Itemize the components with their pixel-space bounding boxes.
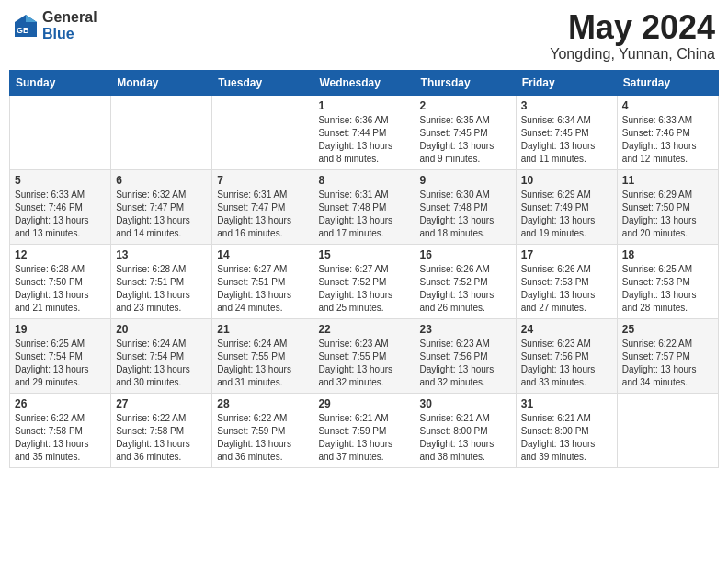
- calendar-cell: 18Sunrise: 6:25 AM Sunset: 7:53 PM Dayli…: [617, 244, 718, 318]
- day-info: Sunrise: 6:31 AM Sunset: 7:47 PM Dayligh…: [217, 189, 308, 240]
- day-info: Sunrise: 6:35 AM Sunset: 7:45 PM Dayligh…: [420, 114, 511, 166]
- calendar-cell: 14Sunrise: 6:27 AM Sunset: 7:51 PM Dayli…: [212, 244, 313, 318]
- day-info: Sunrise: 6:22 AM Sunset: 7:59 PM Dayligh…: [217, 412, 308, 464]
- day-number: 24: [521, 323, 612, 336]
- day-info: Sunrise: 6:32 AM Sunset: 7:47 PM Dayligh…: [116, 189, 207, 240]
- calendar-cell: 30Sunrise: 6:21 AM Sunset: 8:00 PM Dayli…: [415, 393, 516, 467]
- calendar-week-3: 12Sunrise: 6:28 AM Sunset: 7:50 PM Dayli…: [10, 244, 719, 318]
- calendar-cell: 31Sunrise: 6:21 AM Sunset: 8:00 PM Dayli…: [516, 393, 617, 467]
- page-header: GB General Blue May 2024 Yongding, Yunna…: [9, 9, 719, 63]
- calendar-cell: 9Sunrise: 6:30 AM Sunset: 7:48 PM Daylig…: [415, 169, 516, 244]
- day-info: Sunrise: 6:36 AM Sunset: 7:44 PM Dayligh…: [318, 114, 409, 166]
- day-number: 12: [15, 248, 106, 261]
- day-info: Sunrise: 6:25 AM Sunset: 7:53 PM Dayligh…: [622, 263, 713, 315]
- day-info: Sunrise: 6:31 AM Sunset: 7:48 PM Dayligh…: [318, 189, 409, 240]
- calendar-cell: 13Sunrise: 6:28 AM Sunset: 7:51 PM Dayli…: [111, 244, 212, 318]
- day-info: Sunrise: 6:24 AM Sunset: 7:55 PM Dayligh…: [217, 338, 308, 389]
- calendar-cell: 17Sunrise: 6:26 AM Sunset: 7:53 PM Dayli…: [516, 244, 617, 318]
- weekday-header-saturday: Saturday: [617, 70, 718, 95]
- day-info: Sunrise: 6:23 AM Sunset: 7:56 PM Dayligh…: [420, 338, 511, 389]
- day-number: 21: [217, 323, 308, 336]
- day-number: 10: [521, 174, 612, 187]
- weekday-header-row: SundayMondayTuesdayWednesdayThursdayFrid…: [10, 70, 719, 95]
- day-info: Sunrise: 6:22 AM Sunset: 7:57 PM Dayligh…: [622, 338, 713, 389]
- calendar-cell: 7Sunrise: 6:31 AM Sunset: 7:47 PM Daylig…: [212, 169, 313, 244]
- calendar-week-5: 26Sunrise: 6:22 AM Sunset: 7:58 PM Dayli…: [10, 393, 719, 467]
- day-number: 23: [420, 323, 511, 336]
- day-info: Sunrise: 6:30 AM Sunset: 7:48 PM Dayligh…: [420, 189, 511, 240]
- svg-marker-1: [26, 15, 37, 22]
- calendar-week-2: 5Sunrise: 6:33 AM Sunset: 7:46 PM Daylig…: [10, 169, 719, 244]
- day-number: 8: [318, 174, 409, 187]
- weekday-header-monday: Monday: [111, 70, 212, 95]
- calendar-cell: [111, 95, 212, 169]
- day-info: Sunrise: 6:29 AM Sunset: 7:49 PM Dayligh…: [521, 189, 612, 240]
- day-number: 20: [116, 323, 207, 336]
- calendar-cell: 25Sunrise: 6:22 AM Sunset: 7:57 PM Dayli…: [617, 318, 718, 393]
- day-info: Sunrise: 6:25 AM Sunset: 7:54 PM Dayligh…: [15, 338, 106, 389]
- day-number: 11: [622, 174, 713, 187]
- day-number: 2: [420, 99, 511, 112]
- day-number: 15: [318, 248, 409, 261]
- calendar-cell: [617, 393, 718, 467]
- day-info: Sunrise: 6:28 AM Sunset: 7:51 PM Dayligh…: [116, 263, 207, 315]
- weekday-header-wednesday: Wednesday: [313, 70, 415, 95]
- day-number: 26: [15, 397, 106, 410]
- calendar-cell: 2Sunrise: 6:35 AM Sunset: 7:45 PM Daylig…: [415, 95, 516, 169]
- day-info: Sunrise: 6:21 AM Sunset: 7:59 PM Dayligh…: [318, 412, 409, 464]
- calendar-week-1: 1Sunrise: 6:36 AM Sunset: 7:44 PM Daylig…: [10, 95, 719, 169]
- day-info: Sunrise: 6:24 AM Sunset: 7:54 PM Dayligh…: [116, 338, 207, 389]
- calendar-cell: 28Sunrise: 6:22 AM Sunset: 7:59 PM Dayli…: [212, 393, 313, 467]
- day-number: 16: [420, 248, 511, 261]
- day-number: 19: [15, 323, 106, 336]
- day-info: Sunrise: 6:28 AM Sunset: 7:50 PM Dayligh…: [15, 263, 106, 315]
- calendar-cell: 16Sunrise: 6:26 AM Sunset: 7:52 PM Dayli…: [415, 244, 516, 318]
- logo: GB General Blue: [13, 9, 97, 41]
- location-title: Yongding, Yunnan, China: [550, 46, 715, 63]
- day-info: Sunrise: 6:27 AM Sunset: 7:52 PM Dayligh…: [318, 263, 409, 315]
- day-info: Sunrise: 6:22 AM Sunset: 7:58 PM Dayligh…: [116, 412, 207, 464]
- month-title: May 2024: [550, 9, 715, 46]
- logo-icon: GB: [13, 13, 39, 39]
- day-number: 14: [217, 248, 308, 261]
- calendar-cell: [212, 95, 313, 169]
- day-number: 18: [622, 248, 713, 261]
- calendar-cell: 4Sunrise: 6:33 AM Sunset: 7:46 PM Daylig…: [617, 95, 718, 169]
- day-info: Sunrise: 6:26 AM Sunset: 7:52 PM Dayligh…: [420, 263, 511, 315]
- calendar-cell: 6Sunrise: 6:32 AM Sunset: 7:47 PM Daylig…: [111, 169, 212, 244]
- calendar-cell: 22Sunrise: 6:23 AM Sunset: 7:55 PM Dayli…: [313, 318, 415, 393]
- day-number: 9: [420, 174, 511, 187]
- calendar-cell: 29Sunrise: 6:21 AM Sunset: 7:59 PM Dayli…: [313, 393, 415, 467]
- day-number: 17: [521, 248, 612, 261]
- day-number: 3: [521, 99, 612, 112]
- day-info: Sunrise: 6:29 AM Sunset: 7:50 PM Dayligh…: [622, 189, 713, 240]
- weekday-header-thursday: Thursday: [415, 70, 516, 95]
- day-number: 13: [116, 248, 207, 261]
- calendar-cell: 11Sunrise: 6:29 AM Sunset: 7:50 PM Dayli…: [617, 169, 718, 244]
- day-number: 4: [622, 99, 713, 112]
- day-number: 25: [622, 323, 713, 336]
- calendar-table: SundayMondayTuesdayWednesdayThursdayFrid…: [9, 70, 719, 468]
- logo-general-text: General: [42, 9, 97, 26]
- day-number: 31: [521, 397, 612, 410]
- day-number: 7: [217, 174, 308, 187]
- calendar-cell: 8Sunrise: 6:31 AM Sunset: 7:48 PM Daylig…: [313, 169, 415, 244]
- weekday-header-friday: Friday: [516, 70, 617, 95]
- day-info: Sunrise: 6:26 AM Sunset: 7:53 PM Dayligh…: [521, 263, 612, 315]
- day-info: Sunrise: 6:21 AM Sunset: 8:00 PM Dayligh…: [420, 412, 511, 464]
- calendar-week-4: 19Sunrise: 6:25 AM Sunset: 7:54 PM Dayli…: [10, 318, 719, 393]
- day-info: Sunrise: 6:21 AM Sunset: 8:00 PM Dayligh…: [521, 412, 612, 464]
- calendar-cell: 12Sunrise: 6:28 AM Sunset: 7:50 PM Dayli…: [10, 244, 111, 318]
- svg-text:GB: GB: [17, 26, 29, 35]
- calendar-cell: 19Sunrise: 6:25 AM Sunset: 7:54 PM Dayli…: [10, 318, 111, 393]
- calendar-cell: [10, 95, 111, 169]
- calendar-cell: 23Sunrise: 6:23 AM Sunset: 7:56 PM Dayli…: [415, 318, 516, 393]
- calendar-cell: 5Sunrise: 6:33 AM Sunset: 7:46 PM Daylig…: [10, 169, 111, 244]
- calendar-cell: 27Sunrise: 6:22 AM Sunset: 7:58 PM Dayli…: [111, 393, 212, 467]
- day-number: 1: [318, 99, 409, 112]
- day-info: Sunrise: 6:23 AM Sunset: 7:55 PM Dayligh…: [318, 338, 409, 389]
- calendar-cell: 15Sunrise: 6:27 AM Sunset: 7:52 PM Dayli…: [313, 244, 415, 318]
- calendar-cell: 21Sunrise: 6:24 AM Sunset: 7:55 PM Dayli…: [212, 318, 313, 393]
- day-number: 27: [116, 397, 207, 410]
- day-number: 30: [420, 397, 511, 410]
